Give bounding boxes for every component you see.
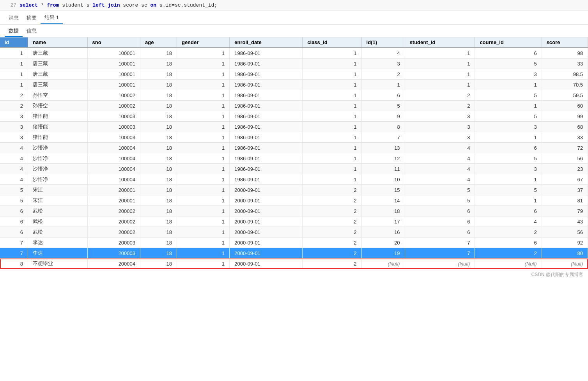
line-number: 27: [5, 2, 16, 8]
table-row[interactable]: 4沙悟净1000041811986-09-011124556: [0, 153, 588, 164]
table-row[interactable]: 1唐三藏1000011811986-09-01111170.5: [0, 80, 588, 90]
result-table: id name sno age gender enroll_date class…: [0, 37, 588, 269]
table-row[interactable]: 8不想毕业2000041812000-09-012(Null)(Null)(Nu…: [0, 259, 588, 269]
sub-tab-data[interactable]: 数据: [5, 26, 23, 37]
table-row[interactable]: 6武松2000021812000-09-012176443: [0, 216, 588, 227]
tabs-bar: 消息 摘要 结果 1: [0, 11, 588, 25]
code-block: 27 select * from student s left join sco…: [0, 0, 588, 11]
table-row[interactable]: 7李达2000031812000-09-012207692: [0, 237, 588, 248]
tab-result1[interactable]: 结果 1: [41, 12, 63, 24]
col-header-sno: sno: [87, 37, 140, 48]
table-row[interactable]: 2孙悟空1000021811986-09-01162559.5: [0, 90, 588, 101]
col-header-id: id: [0, 37, 28, 48]
table-row[interactable]: 5宋江2000011812000-09-012155537: [0, 185, 588, 195]
table-row[interactable]: 6武松2000021812000-09-012166256: [0, 227, 588, 237]
table-row[interactable]: 3猪悟能1000031811986-09-01173133: [0, 132, 588, 143]
table-row[interactable]: 3猪悟能1000031811986-09-01193599: [0, 111, 588, 122]
watermark: CSDN @代阳的专属博客: [0, 269, 588, 280]
col-header-class-id: class_id: [303, 37, 361, 48]
sub-tab-info[interactable]: 信息: [23, 26, 41, 37]
col-header-enroll-date: enroll_date: [230, 37, 303, 48]
col-header-id1: id(1): [361, 37, 405, 48]
sql-code: select * from student s left join score …: [19, 2, 217, 8]
col-header-name: name: [28, 37, 87, 48]
table-header-row: id name sno age gender enroll_date class…: [0, 37, 588, 48]
col-header-score: score: [542, 37, 588, 48]
table-row[interactable]: 6武松2000021812000-09-012186679: [0, 206, 588, 216]
table-row[interactable]: 1唐三藏1000011811986-09-01121398.5: [0, 69, 588, 80]
tab-summary[interactable]: 摘要: [23, 13, 41, 24]
col-header-course-id: course_id: [475, 37, 542, 48]
tab-messages[interactable]: 消息: [5, 13, 23, 24]
table-row[interactable]: 7李达2000031812000-09-012197280: [0, 248, 588, 259]
table-row[interactable]: 1唐三藏1000011811986-09-01141698: [0, 48, 588, 58]
table-row[interactable]: 5宋江2000011812000-09-012145181: [0, 195, 588, 206]
table-wrapper: id name sno age gender enroll_date class…: [0, 37, 588, 269]
col-header-student-id: student_id: [405, 37, 475, 48]
table-row[interactable]: 1唐三藏1000011811986-09-01131533: [0, 58, 588, 69]
table-row[interactable]: 2孙悟空1000021811986-09-01152160: [0, 101, 588, 111]
table-row[interactable]: 4沙悟净1000041811986-09-011104167: [0, 174, 588, 185]
table-row[interactable]: 3猪悟能1000031811986-09-01183368: [0, 122, 588, 132]
sub-tabs-bar: 数据 信息: [0, 25, 588, 37]
col-header-age: age: [140, 37, 177, 48]
col-header-gender: gender: [177, 37, 229, 48]
table-row[interactable]: 4沙悟净1000041811986-09-011134672: [0, 143, 588, 153]
table-row[interactable]: 4沙悟净1000041811986-09-011114323: [0, 164, 588, 174]
